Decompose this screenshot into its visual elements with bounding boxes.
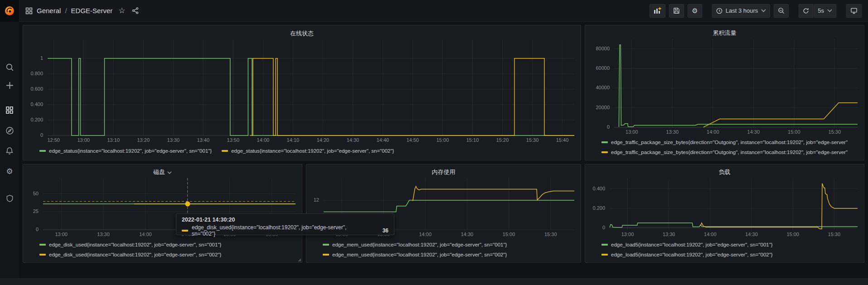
refresh-button[interactable] bbox=[799, 4, 813, 18]
dashboard-settings-button[interactable]: ⚙ bbox=[688, 4, 702, 18]
x-tick-label: 14:00 bbox=[704, 232, 717, 237]
grafana-flame-icon bbox=[4, 5, 15, 16]
panel-title-text: 磁盘 bbox=[153, 168, 165, 176]
panel-title[interactable]: 磁盘 bbox=[27, 167, 298, 177]
plot-area[interactable] bbox=[48, 40, 574, 135]
legend-label: edge_mem_used{instance="localhost:19202"… bbox=[332, 252, 507, 257]
zoom-out-icon bbox=[778, 7, 785, 14]
x-tick-label: 13:50 bbox=[227, 137, 240, 143]
time-range-picker[interactable]: Last 3 hours bbox=[712, 4, 771, 18]
breadcrumb-folder[interactable]: General bbox=[37, 7, 61, 14]
x-tick-label: 14:10 bbox=[287, 137, 300, 143]
legend-swatch bbox=[601, 254, 608, 256]
zoom-out-button[interactable] bbox=[774, 4, 789, 18]
y-tick-label: 20000 bbox=[596, 105, 610, 110]
legend-item[interactable]: edge_status{instance="localhost:19202", … bbox=[39, 148, 212, 154]
admin-shield-icon[interactable] bbox=[3, 192, 16, 205]
grafana-logo[interactable] bbox=[0, 0, 19, 22]
explore-compass-icon[interactable] bbox=[3, 124, 16, 137]
y-tick-label: 0 bbox=[40, 132, 43, 138]
legend-swatch bbox=[39, 254, 46, 256]
legend-label: edge_status{instance="localhost:19202", … bbox=[231, 148, 394, 154]
tooltip-timestamp: 2022-01-21 14:30:20 bbox=[182, 217, 388, 223]
legend: edge_traffic_package_size_bytes{directio… bbox=[589, 136, 860, 157]
x-tick-label: 14:40 bbox=[377, 137, 389, 143]
legend-item[interactable]: edge_mem_used{instance="localhost:19202"… bbox=[323, 250, 577, 260]
x-tick-label: 14:50 bbox=[407, 137, 419, 143]
legend-item[interactable]: edge_disk_used{instance="localhost:19202… bbox=[39, 250, 298, 260]
panel-title[interactable]: 累积流量 bbox=[589, 28, 860, 38]
legend-swatch bbox=[222, 150, 228, 152]
chart-canvas bbox=[48, 40, 574, 135]
y-axis-labels: 10.8000.6000.4000.2000 bbox=[27, 40, 47, 135]
legend-item[interactable]: edge_disk_used{instance="localhost:19202… bbox=[39, 240, 298, 250]
legend-swatch bbox=[323, 254, 329, 256]
panel-title-text: 在线状态 bbox=[290, 29, 314, 38]
plot-area[interactable] bbox=[614, 39, 858, 127]
chevron-down-icon bbox=[761, 9, 766, 12]
x-tick-label: 13:00 bbox=[55, 232, 68, 237]
legend-item[interactable]: edge_mem_used{instance="localhost:19202"… bbox=[323, 240, 577, 250]
search-icon[interactable] bbox=[3, 61, 16, 73]
plot-area[interactable] bbox=[610, 178, 858, 230]
left-sidebar: ⚙ bbox=[0, 22, 19, 285]
x-tick-label: 13:30 bbox=[666, 129, 679, 135]
legend-item[interactable]: edge_load5{instance="localhost:19202", j… bbox=[601, 250, 860, 260]
gear-icon: ⚙ bbox=[692, 7, 698, 15]
x-axis-labels: 13:0013:3014:0014:3015:0015:30 bbox=[614, 127, 858, 136]
panel-title-text: 内存使用 bbox=[432, 168, 456, 176]
tooltip-value: 36 bbox=[383, 227, 388, 234]
legend-item[interactable]: edge_traffic_package_size_bytes{directio… bbox=[601, 147, 860, 157]
save-dashboard-button[interactable] bbox=[669, 4, 684, 18]
x-tick-label: 14:30 bbox=[747, 129, 760, 135]
legend-item[interactable]: edge_status{instance="localhost:19202", … bbox=[222, 148, 394, 154]
legend-label: edge_mem_used{instance="localhost:19202"… bbox=[332, 242, 507, 247]
panel-menu-caret-icon[interactable] bbox=[167, 171, 172, 174]
refresh-interval-picker[interactable]: 5s bbox=[814, 4, 836, 18]
x-tick-label: 14:00 bbox=[419, 232, 432, 237]
panel-title[interactable]: 负载 bbox=[589, 167, 860, 177]
x-tick-label: 15:30 bbox=[544, 232, 557, 237]
add-panel-button[interactable] bbox=[650, 4, 665, 18]
legend-label: edge_traffic_package_size_bytes{directio… bbox=[611, 140, 848, 145]
y-tick-label: 12 bbox=[314, 197, 319, 203]
panel-title-text: 负载 bbox=[719, 168, 731, 176]
legend-swatch bbox=[601, 244, 608, 246]
legend-label: edge_status{instance="localhost:19202", … bbox=[49, 148, 212, 154]
y-tick-label: 0.200 bbox=[30, 117, 43, 122]
x-tick-label: 14:30 bbox=[347, 137, 359, 143]
hover-point-marker bbox=[185, 202, 190, 207]
legend-item[interactable]: edge_load5{instance="localhost:19202", j… bbox=[601, 240, 860, 250]
dashboard-title[interactable]: EDGE-Server bbox=[71, 7, 113, 14]
x-tick-label: 13:20 bbox=[137, 137, 150, 143]
alerting-bell-icon[interactable] bbox=[3, 145, 16, 157]
x-axis-labels: 13:0013:3014:0014:3015:0015:30 bbox=[610, 230, 858, 239]
x-tick-label: 13:00 bbox=[621, 232, 634, 237]
star-icon[interactable]: ☆ bbox=[118, 6, 125, 15]
breadcrumb-separator: / bbox=[65, 7, 67, 14]
panel-title[interactable]: 内存使用 bbox=[310, 167, 577, 177]
y-axis-labels: 800006000040000200000 bbox=[589, 39, 613, 127]
legend-swatch bbox=[39, 150, 46, 152]
x-tick-label: 14:00 bbox=[257, 137, 270, 143]
panel-resize-handle[interactable] bbox=[298, 258, 301, 261]
x-tick-label: 15:30 bbox=[829, 129, 841, 135]
share-icon[interactable] bbox=[132, 7, 139, 14]
clock-icon bbox=[716, 8, 723, 14]
tooltip-series-label: edge_disk_used{instance="localhost:19202… bbox=[192, 224, 369, 237]
x-tick-label: 13:40 bbox=[197, 137, 210, 143]
legend: edge_mem_used{instance="localhost:19202"… bbox=[310, 239, 577, 260]
dashboards-grid-icon[interactable] bbox=[3, 104, 16, 116]
x-tick-label: 14:00 bbox=[139, 232, 152, 237]
legend-item[interactable]: edge_traffic_package_size_bytes{directio… bbox=[601, 137, 860, 147]
y-tick-label: 0 bbox=[607, 124, 610, 130]
plus-icon[interactable] bbox=[3, 79, 16, 92]
x-tick-label: 15:10 bbox=[466, 137, 479, 143]
settings-gear-icon[interactable]: ⚙ bbox=[3, 165, 16, 178]
panel-title[interactable]: 在线状态 bbox=[27, 28, 577, 39]
tv-mode-button[interactable] bbox=[846, 4, 862, 18]
x-axis-labels: 12:5013:0013:1013:2013:3013:4013:5014:00… bbox=[48, 135, 574, 145]
x-tick-label: 13:30 bbox=[167, 137, 180, 143]
x-tick-label: 13:30 bbox=[663, 232, 675, 237]
panel-add-icon bbox=[654, 7, 661, 14]
